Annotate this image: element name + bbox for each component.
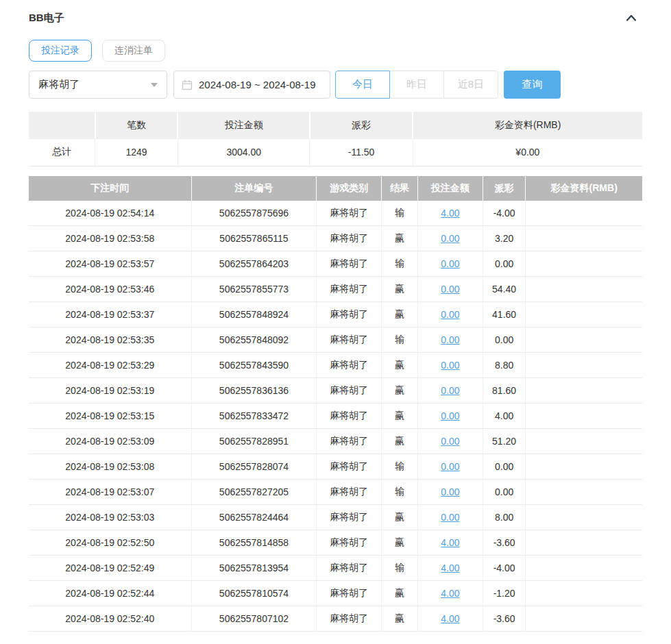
cell-bonus [526, 277, 642, 302]
cell-game-type: 麻将胡了 [317, 581, 382, 606]
bet-amount-link[interactable]: 0.00 [441, 284, 459, 295]
cell-result: 赢 [382, 378, 418, 404]
bet-amount-link[interactable]: 0.00 [441, 233, 459, 244]
table-row: 2024-08-19 02:53:57 5062557864203 麻将胡了 输… [29, 251, 642, 277]
calendar-icon [182, 79, 193, 90]
cell-order-id: 5062557828951 [191, 429, 317, 454]
cell-result: 赢 [382, 581, 418, 606]
panel-header: BB电子 [29, 10, 642, 26]
cell-payout: -3.60 [483, 606, 526, 632]
cell-bonus [526, 251, 642, 277]
summary-total-count: 1249 [95, 139, 178, 166]
bet-amount-link[interactable]: 0.00 [441, 486, 459, 497]
bet-amount-link[interactable]: 4.00 [441, 562, 459, 573]
cell-bet-time: 2024-08-19 02:52:40 [29, 606, 191, 632]
bet-amount-link[interactable]: 0.00 [441, 436, 459, 447]
cell-bonus [526, 378, 642, 404]
table-row: 2024-08-19 02:53:19 5062557836136 麻将胡了 赢… [29, 378, 642, 404]
game-type-select[interactable]: 麻将胡了 [29, 71, 167, 99]
summary-total-label: 总计 [29, 139, 95, 166]
cell-game-type: 麻将胡了 [317, 404, 382, 429]
col-bet-amount: 投注金额 [417, 176, 483, 201]
date-range-input[interactable]: 2024-08-19 ~ 2024-08-19 [173, 71, 330, 99]
cell-bonus [526, 226, 642, 251]
cell-bet-time: 2024-08-19 02:54:14 [29, 201, 191, 226]
cell-result: 赢 [382, 353, 418, 378]
bet-amount-link[interactable]: 4.00 [441, 613, 459, 624]
cell-bonus [526, 353, 642, 378]
bet-amount-link[interactable]: 0.00 [441, 258, 459, 269]
table-row: 2024-08-19 02:52:50 5062557814858 麻将胡了 赢… [29, 530, 642, 556]
summary-table: 笔数 投注金额 派彩 彩金资料(RMB) 总计 1249 3004.00 -11… [29, 112, 642, 166]
summary-total-bet-amount: 3004.00 [178, 139, 309, 166]
range-button-yesterday[interactable]: 昨日 [389, 71, 444, 99]
bet-amount-link[interactable]: 0.00 [441, 512, 459, 523]
bet-amount-link[interactable]: 0.00 [441, 360, 459, 371]
col-payout: 派彩 [483, 176, 526, 201]
cell-game-type: 麻将胡了 [317, 530, 382, 556]
cell-result: 输 [382, 251, 418, 277]
cell-order-id: 5062557855773 [191, 277, 317, 302]
cell-payout: 0.00 [483, 251, 526, 277]
cell-bet-time: 2024-08-19 02:52:44 [29, 581, 191, 606]
date-range-value: 2024-08-19 ~ 2024-08-19 [199, 79, 316, 90]
table-row: 2024-08-19 02:52:40 5062557807102 麻将胡了 赢… [29, 606, 642, 632]
bet-amount-link[interactable]: 0.00 [441, 334, 459, 345]
bet-amount-link[interactable]: 4.00 [441, 537, 459, 548]
search-button[interactable]: 查询 [504, 71, 561, 99]
tab-bet-records[interactable]: 投注记录 [29, 40, 92, 62]
cell-payout: 0.00 [483, 480, 526, 505]
cell-payout: 4.00 [483, 404, 526, 429]
cell-game-type: 麻将胡了 [317, 429, 382, 454]
bet-amount-link[interactable]: 4.00 [441, 208, 459, 219]
cell-result: 赢 [382, 606, 418, 632]
cell-order-id: 5062557807102 [191, 606, 317, 632]
cell-game-type: 麻将胡了 [317, 480, 382, 505]
cell-bet-time: 2024-08-19 02:52:50 [29, 530, 191, 556]
bet-amount-link[interactable]: 0.00 [441, 410, 459, 421]
cell-payout: 8.00 [483, 505, 526, 530]
cell-order-id: 5062557813954 [191, 556, 317, 581]
cell-order-id: 5062557875696 [191, 201, 317, 226]
tab-cancelled-orders[interactable]: 连消注单 [102, 40, 165, 62]
cell-bet-time: 2024-08-19 02:53:15 [29, 404, 191, 429]
cell-bet-time: 2024-08-19 02:52:49 [29, 556, 191, 581]
col-order-id: 注单编号 [191, 176, 317, 201]
cell-result: 赢 [382, 530, 418, 556]
cell-payout: 0.00 [483, 327, 526, 353]
cell-payout: 54.40 [483, 277, 526, 302]
cell-game-type: 麻将胡了 [317, 201, 382, 226]
cell-order-id: 5062557848924 [191, 302, 317, 327]
col-bonus: 彩金资料(RMB) [526, 176, 642, 201]
cell-bet-time: 2024-08-19 02:53:07 [29, 480, 191, 505]
cell-bet-time: 2024-08-19 02:53:19 [29, 378, 191, 404]
table-row: 2024-08-19 02:53:37 5062557848924 麻将胡了 赢… [29, 302, 642, 327]
cell-game-type: 麻将胡了 [317, 226, 382, 251]
filter-bar: 麻将胡了 2024-08-19 ~ 2024-08-19 今日 昨日 近8日 查… [29, 71, 642, 99]
cell-bonus [526, 606, 642, 632]
cell-result: 输 [382, 201, 418, 226]
cell-bet-time: 2024-08-19 02:53:37 [29, 302, 191, 327]
bet-amount-link[interactable]: 4.00 [441, 588, 459, 599]
cell-bonus [526, 505, 642, 530]
cell-order-id: 5062557836136 [191, 378, 317, 404]
cell-game-type: 麻将胡了 [317, 327, 382, 353]
cell-bet-time: 2024-08-19 02:53:03 [29, 505, 191, 530]
cell-order-id: 5062557864203 [191, 251, 317, 277]
cell-result: 赢 [382, 505, 418, 530]
range-button-last8days[interactable]: 近8日 [443, 71, 498, 99]
table-row: 2024-08-19 02:53:09 5062557828951 麻将胡了 赢… [29, 429, 642, 454]
cell-result: 赢 [382, 277, 418, 302]
cell-bonus [526, 556, 642, 581]
cell-payout: 81.60 [483, 378, 526, 404]
bet-amount-link[interactable]: 0.00 [441, 309, 459, 320]
bet-table-body: 2024-08-19 02:54:14 5062557875696 麻将胡了 输… [29, 201, 642, 632]
cell-result: 输 [382, 556, 418, 581]
range-button-today[interactable]: 今日 [335, 71, 390, 99]
cell-game-type: 麻将胡了 [317, 353, 382, 378]
collapse-button[interactable] [623, 10, 639, 25]
col-game-type: 游戏类别 [317, 176, 382, 201]
bet-amount-link[interactable]: 0.00 [441, 385, 459, 396]
bet-amount-link[interactable]: 0.00 [441, 461, 459, 472]
cell-bonus [526, 201, 642, 226]
